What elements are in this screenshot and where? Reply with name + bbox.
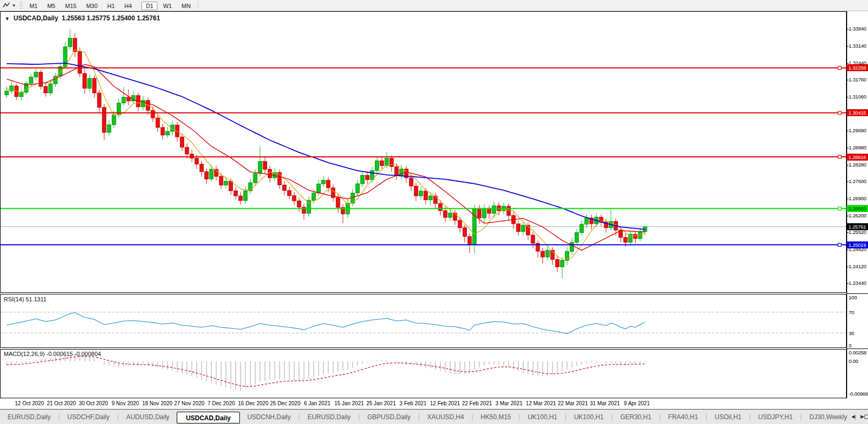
price-chart-window[interactable]: ▼ USDCAD,Daily 1.25563 1.25775 1.25400 1… [0, 11, 847, 293]
chart-tab-dj30-weekly[interactable]: DJ30,Weekly [802, 411, 854, 423]
macd-histogram [7, 354, 645, 391]
date-tick-label: 9 Apr 2021 [624, 400, 650, 406]
price-tick-label: 1.27600 [849, 178, 866, 184]
tab-scroll-right-icon[interactable]: ▶ [861, 414, 866, 419]
timeframe-button-d1[interactable]: D1 [141, 2, 157, 10]
chart-tab-usdcnh-daily[interactable]: USDCNH,Daily [240, 411, 298, 423]
chart-tab-fra40-h1[interactable]: FRA40,H1 [661, 411, 706, 423]
timeframe-button-m15[interactable]: M15 [61, 2, 80, 10]
macd-plot[interactable] [1, 350, 846, 398]
chart-tab-usdchf-daily[interactable]: USDCHF,Daily [60, 411, 117, 423]
chart-tab-hk50-m15[interactable]: HK50,M15 [473, 411, 519, 423]
macd-signal-line [7, 357, 645, 387]
date-tick-label: 16 Dec 2020 [238, 400, 269, 406]
timeframe-button-m1[interactable]: M1 [25, 2, 42, 10]
tool-dropdown-caret-icon[interactable]: ▼ [12, 3, 16, 8]
date-tick-label: 27 Nov 2020 [174, 400, 205, 406]
date-tick-label: 30 Oct 2020 [79, 400, 108, 406]
hline-price-label: 1.30415 [847, 109, 868, 116]
price-tick-label: 1.33840 [849, 26, 866, 32]
chart-tab-usoil-h1[interactable]: USOil,H1 [707, 411, 749, 423]
date-tick-label: 3 Mar 2021 [495, 400, 523, 406]
timeframe-button-mn[interactable]: MN [177, 2, 195, 10]
chart-tab-uk100-h1[interactable]: UK100,H1 [520, 411, 564, 423]
chart-tab-audusd-daily[interactable]: AUDUSD,Daily [119, 411, 177, 423]
chart-tab-eurusd-daily[interactable]: EURUSD,Daily [300, 411, 358, 423]
toolbar-separator [198, 2, 198, 9]
rsi-line [7, 313, 645, 334]
price-scale[interactable]: 1.338401.331401.324401.317601.310601.303… [847, 11, 868, 398]
price-tick-label: 1.31060 [849, 94, 866, 100]
chart-tab-eurusd-daily[interactable]: EURUSD,Daily [0, 411, 58, 423]
chart-tab-uk100-h1[interactable]: UK100,H1 [567, 411, 611, 423]
timeframe-toolbar: ▼ M1M5M15M30H1H4D1W1MN [0, 0, 868, 11]
rsi-axis-label: 30 [849, 330, 854, 336]
date-tick-label: 12 Mar 2021 [526, 400, 556, 406]
hline-handle[interactable] [838, 243, 841, 246]
rsi-indicator-window[interactable]: RSI(14) 51.1311 [0, 294, 847, 348]
tab-scroll-left-icon[interactable]: ◀ [851, 414, 857, 419]
hline-handle[interactable] [838, 111, 841, 115]
macd-axis-label: 0.00258 [849, 350, 866, 355]
timeframe-buttons: M1M5M15M30H1H4D1W1MN [25, 1, 195, 10]
macd-axis-label: 0.00 [849, 358, 858, 364]
hline-price-label: 1.25019 [847, 241, 868, 248]
chart-tabs: EURUSD,Daily|USDCHF,Daily|AUDUSD,DailyUS… [0, 411, 868, 423]
price-tick-label: 1.33140 [849, 43, 866, 49]
chart-tab-usdcad-daily[interactable]: USDCAD,Daily [177, 412, 239, 423]
price-tick-label: 1.24120 [849, 263, 866, 269]
chart-title: ▼ USDCAD,Daily 1.25563 1.25775 1.25400 1… [5, 14, 160, 22]
timeframe-button-m30[interactable]: M30 [82, 2, 102, 10]
chart-ohlc-values: 1.25563 1.25775 1.25400 1.25761 [62, 14, 160, 22]
current-price-label: 1.25761 [847, 223, 868, 230]
date-tick-label: 31 Mar 2021 [590, 400, 620, 406]
macd-indicator-window[interactable]: MACD(12,26,9) -0.000615 -0.000804 [0, 349, 847, 398]
date-tick-label: 7 Dec 2020 [208, 400, 235, 406]
chart-tab-gbpusd-daily[interactable]: GBPUSD,Daily [360, 411, 418, 423]
toolbar-grip [20, 2, 22, 9]
date-tick-label: 22 Mar 2021 [558, 400, 588, 406]
date-tick-label: 21 Oct 2020 [47, 400, 76, 406]
price-tick-label: 1.28280 [849, 162, 866, 168]
macd-axis-label: -0.00968 [849, 391, 868, 397]
date-tick-label: 25 Jan 2021 [366, 400, 396, 406]
price-tick-label: 1.26900 [849, 195, 866, 201]
hline-handle[interactable] [838, 66, 841, 70]
macd-label: MACD(12,26,9) -0.000615 -0.000804 [4, 351, 101, 357]
price-tick-label: 1.31760 [849, 77, 866, 82]
date-tick-label: 3 Feb 2021 [399, 400, 427, 406]
rsi-axis-label: 70 [849, 309, 854, 315]
tab-scroll-arrows: ◀ ▶ [851, 414, 866, 419]
timeframe-button-h1[interactable]: H1 [103, 2, 119, 10]
ma-fast-line [7, 50, 645, 260]
candlestick-plot[interactable] [1, 12, 846, 292]
line-tool-icon[interactable] [2, 2, 11, 9]
hline-handle[interactable] [838, 155, 841, 158]
chart-tab-ger30-h1[interactable]: GER30,H1 [613, 411, 659, 423]
polyline-tool-icon [2, 2, 11, 9]
ma-slow-line [7, 63, 645, 230]
hline-handle[interactable] [838, 207, 841, 210]
date-tick-label: 9 Nov 2020 [112, 400, 139, 406]
price-tick-label: 1.28980 [849, 145, 866, 150]
timeframe-button-m5[interactable]: M5 [43, 2, 59, 10]
date-tick-label: 15 Jan 2021 [334, 400, 364, 406]
rsi-axis-label: 0 [849, 343, 851, 349]
chart-tab-usdjpy-h1[interactable]: USDJPY,H1 [751, 411, 800, 423]
mt4-terminal: ▼ M1M5M15M30H1H4D1W1MN ▼ USDCAD,Daily 1.… [0, 0, 868, 424]
timeframe-button-h4[interactable]: H4 [120, 2, 136, 10]
chart-symbol-period: USDCAD,Daily [13, 14, 58, 22]
price-tick-label: 1.23440 [849, 280, 866, 286]
time-scale[interactable]: 12 Oct 202021 Oct 202030 Oct 20209 Nov 2… [0, 398, 868, 409]
hline-price-label: 1.32258 [847, 64, 868, 71]
date-tick-label: 22 Feb 2021 [462, 400, 492, 406]
rsi-plot[interactable] [1, 294, 846, 347]
timeframe-button-w1[interactable]: W1 [158, 2, 176, 10]
chart-tab-bar: EURUSD,Daily|USDCHF,Daily|AUDUSD,DailyUS… [0, 409, 868, 424]
title-marker-icon: ▼ [5, 16, 10, 21]
price-tick-label: 1.29680 [849, 127, 866, 133]
chart-tab-xauusd-h4[interactable]: XAUUSD,H4 [420, 411, 472, 423]
hline-price-label: 1.26503 [847, 205, 868, 212]
date-tick-label: 12 Oct 2020 [15, 400, 44, 406]
scale-section-divider [847, 293, 868, 294]
